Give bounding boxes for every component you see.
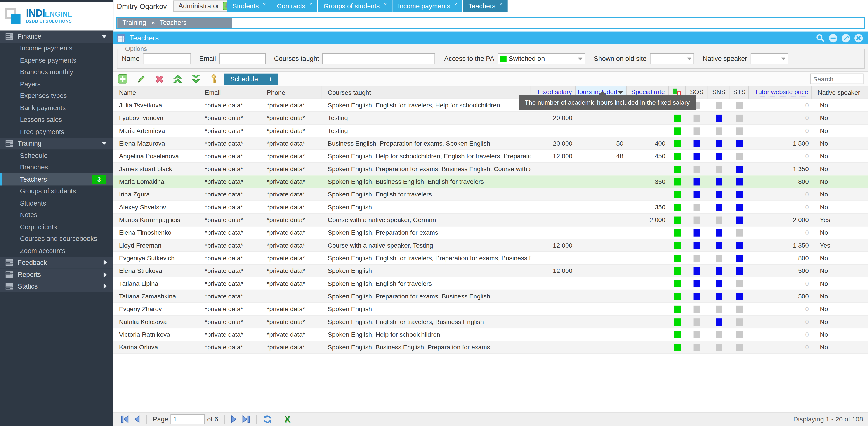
column-header-courses[interactable]: Courses taught <box>322 86 530 99</box>
native-filter-select[interactable] <box>750 53 788 64</box>
sidebar-item-branches[interactable]: Branches <box>0 161 114 174</box>
sos-flag <box>694 178 700 185</box>
old-site-filter-select[interactable] <box>650 53 694 64</box>
table-row[interactable]: Elena Mazurova*private data**private dat… <box>114 137 868 150</box>
column-header-sns[interactable]: SNS <box>708 86 730 99</box>
breadcrumb[interactable]: Training » Teachers <box>117 18 232 28</box>
sidebar-item-groups-of-students[interactable]: Groups of students <box>0 185 114 197</box>
chevron-down-icon <box>101 142 107 145</box>
table-row[interactable]: Evgeniya Sutkevich*private data**private… <box>114 252 868 265</box>
popout-icon[interactable] <box>841 33 850 42</box>
sidebar-item-zoom-accounts[interactable]: Zoom accounts <box>0 245 114 256</box>
name-filter-input[interactable] <box>143 53 191 64</box>
page-number-input[interactable] <box>170 414 205 424</box>
column-header-native-speaker[interactable]: Native speaker <box>812 86 868 99</box>
sidebar-item-statics[interactable]: Statics <box>0 280 114 292</box>
close-tab-icon[interactable]: × <box>263 1 266 7</box>
table-row[interactable]: Elena Timoshenko*private data**private d… <box>114 226 868 239</box>
email-filter-input[interactable] <box>219 53 266 64</box>
close-tab-icon[interactable]: × <box>309 1 312 7</box>
sidebar-item-free-payments[interactable]: Free payments <box>0 126 114 138</box>
sidebar-item-lessons-sales[interactable]: Lessons sales <box>0 114 114 126</box>
move-up-button[interactable] <box>174 74 182 83</box>
delete-button[interactable] <box>155 74 164 83</box>
sos-flag <box>694 114 700 122</box>
schedule-button[interactable]: Schedule + <box>224 73 278 84</box>
sidebar-item-branches-monthly[interactable]: Branches monthly <box>0 66 114 78</box>
courses-filter-input[interactable] <box>322 53 435 64</box>
column-header-email[interactable]: Email <box>199 86 261 99</box>
table-row[interactable]: Tatiana Lipina*private data**private dat… <box>114 277 868 290</box>
tab-students[interactable]: Students× <box>227 0 271 12</box>
tab-teachers[interactable]: Teachers× <box>463 0 507 12</box>
pa-access-flag <box>674 293 681 300</box>
tab-income-payments[interactable]: Income payments× <box>392 0 462 12</box>
table-row[interactable]: Tatiana Zamashkina*private data*Spoken E… <box>114 290 868 303</box>
role-selector[interactable]: Administrator <box>174 0 234 11</box>
sidebar-item-feedback[interactable]: Feedback <box>0 256 114 269</box>
key-button[interactable] <box>210 74 217 84</box>
collapse-icon[interactable] <box>829 33 837 42</box>
close-icon[interactable] <box>854 33 863 42</box>
table-row[interactable]: Natalia Kolosova*private data**private d… <box>114 316 868 328</box>
export-excel-button[interactable]: XX <box>285 415 293 424</box>
column-header-name[interactable]: Name <box>114 86 199 99</box>
menu-group-icon <box>5 260 13 266</box>
next-page-button[interactable] <box>231 415 237 423</box>
column-header-tutor-website-price[interactable]: Tutor website price <box>749 86 812 99</box>
move-down-button[interactable] <box>191 74 200 83</box>
close-tab-icon[interactable]: × <box>454 1 457 7</box>
prev-page-button[interactable] <box>133 415 140 423</box>
table-row[interactable]: Lloyd Freeman*private data**private data… <box>114 239 868 252</box>
close-tab-icon[interactable]: × <box>383 1 387 7</box>
table-row[interactable]: Alexey Shvetsov*private data**private da… <box>114 201 868 214</box>
hours-included-tooltip: The number of academic hours included in… <box>519 95 696 110</box>
sidebar-item-training[interactable]: Training <box>0 138 114 150</box>
sidebar-item-courses-and-coursebooks[interactable]: Courses and coursebooks <box>0 233 114 245</box>
column-header-phone[interactable]: Phone <box>261 86 322 99</box>
filter-options: Options Name Email Courses taught Access… <box>114 44 868 72</box>
grid-search-input[interactable] <box>810 74 864 84</box>
table-row[interactable]: Irina Zgura*private data**private data*S… <box>114 188 868 201</box>
sidebar-item-teachers[interactable]: Teachers3 <box>0 174 114 185</box>
pa-filter-label: Access to the PA <box>444 55 494 62</box>
close-tab-icon[interactable]: × <box>499 1 502 7</box>
top-bar: Dmitry Ogarkov Administrator Students×Co… <box>114 0 868 12</box>
table-row[interactable]: Maria Lomakina*private data**private dat… <box>114 176 868 188</box>
column-header-sts[interactable]: STS <box>730 86 749 99</box>
pa-filter-select[interactable]: Switched on <box>498 53 585 64</box>
refresh-button[interactable] <box>263 415 272 424</box>
search-icon[interactable] <box>816 33 825 42</box>
sidebar-item-schedule[interactable]: Schedule <box>0 149 114 161</box>
table-row[interactable]: Julia Tsvetkova*private data**private da… <box>114 99 868 112</box>
sidebar-item-corp-clients[interactable]: Corp. clients <box>0 221 114 233</box>
table-row[interactable]: Karina Orlova*private data**private data… <box>114 341 868 354</box>
table-row[interactable]: Marios Karampaglidis*private data**priva… <box>114 214 868 226</box>
table-row[interactable]: Angelina Poselenova*private data**privat… <box>114 150 868 163</box>
last-page-button[interactable] <box>242 415 250 423</box>
table-row[interactable]: Lyubov Ivanova*private data**private dat… <box>114 112 868 125</box>
tab-groups-of-students[interactable]: Groups of students× <box>318 0 392 12</box>
table-row[interactable]: Evgeny Zharov*private data**private data… <box>114 303 868 316</box>
breadcrumb-separator: » <box>151 18 155 28</box>
table-row[interactable]: Elena Strukova*private data**private dat… <box>114 265 868 277</box>
edit-button[interactable] <box>137 74 146 83</box>
first-page-button[interactable] <box>121 415 129 423</box>
main-area: Dmitry Ogarkov Administrator Students×Co… <box>114 0 868 426</box>
table-row[interactable]: Victoria Ratnikova*private data**private… <box>114 328 868 341</box>
sidebar-item-income-payments[interactable]: Income payments <box>0 42 114 54</box>
sidebar-item-notes[interactable]: Notes <box>0 209 114 221</box>
table-row[interactable]: Maria Artemieva*private data**private da… <box>114 125 868 137</box>
sts-flag <box>736 216 743 223</box>
sidebar-item-reports[interactable]: Reports <box>0 269 114 281</box>
add-button[interactable] <box>118 74 127 84</box>
tab-contracts[interactable]: Contracts× <box>272 0 318 12</box>
sidebar-item-expense-payments[interactable]: Expense payments <box>0 54 114 66</box>
sidebar-item-payers[interactable]: Payers <box>0 78 114 90</box>
sidebar-item-students[interactable]: Students <box>0 197 114 209</box>
sidebar-item-bank-payments[interactable]: Bank payments <box>0 102 114 114</box>
sidebar-item-expenses-types[interactable]: Expenses types <box>0 90 114 102</box>
sidebar-item-finance[interactable]: Finance <box>0 31 114 42</box>
table-row[interactable]: James stuart black*private data**private… <box>114 163 868 176</box>
sts-flag <box>736 318 743 325</box>
